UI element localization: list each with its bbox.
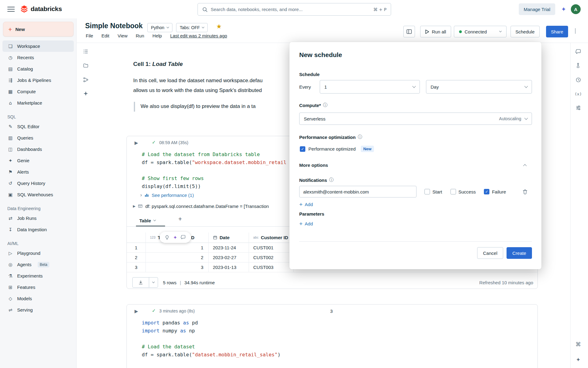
comments-button[interactable] xyxy=(573,46,583,57)
run-all-button[interactable]: Run all xyxy=(420,26,451,37)
schedule-button[interactable]: Schedule xyxy=(511,26,540,37)
table-of-contents-button[interactable] xyxy=(81,47,91,56)
expand-triangle-icon[interactable]: ▶ xyxy=(133,204,135,208)
performance-optimized-checkbox[interactable]: ✓ xyxy=(300,146,305,152)
sidebar-item-experiments[interactable]: ⚗Experiments xyxy=(2,270,74,282)
sidebar-item-recents[interactable]: ◷Recents xyxy=(2,52,74,63)
info-icon[interactable]: ⓘ xyxy=(358,134,362,140)
notification-option-start[interactable]: Start xyxy=(424,189,442,194)
collapse-header-button[interactable] xyxy=(575,28,575,34)
create-button[interactable]: Create xyxy=(507,247,532,259)
sidebar-item-query-history[interactable]: ↺Query History xyxy=(2,178,74,189)
sidebar-item-workspace[interactable]: ❏Workspace xyxy=(2,40,74,52)
chevron-right-icon[interactable]: › xyxy=(140,192,142,198)
menu-item-run[interactable]: Run xyxy=(136,33,144,38)
menu-item-view[interactable]: View xyxy=(118,33,127,38)
dataframe-summary-row[interactable]: ▶ df: pyspark.sql.connect.dataframe.Data… xyxy=(133,202,269,210)
info-icon[interactable]: ⓘ xyxy=(323,102,327,108)
sidebar-item-dashboards[interactable]: ◫Dashboards xyxy=(2,144,74,155)
date-header[interactable]: Date xyxy=(209,232,249,243)
folder-button[interactable] xyxy=(81,61,91,71)
favorite-star-icon[interactable]: ★ xyxy=(216,23,222,30)
cluster-connect-button[interactable]: Connected xyxy=(454,26,507,37)
avatar[interactable]: A xyxy=(571,4,581,14)
manage-trial-button[interactable]: Manage Trial xyxy=(519,3,555,15)
hamburger-menu-icon[interactable] xyxy=(7,6,15,13)
start-checkbox[interactable] xyxy=(424,189,430,194)
databricks-logo[interactable]: databricks xyxy=(20,5,62,13)
version-history-button[interactable] xyxy=(573,75,583,85)
comment-icon[interactable] xyxy=(181,235,186,240)
failure-checkbox[interactable]: ✓ xyxy=(484,189,489,194)
notification-email-input[interactable] xyxy=(299,186,417,197)
environment-button[interactable] xyxy=(573,102,583,113)
blockquote-bar xyxy=(134,102,135,112)
sidebar-item-label: Query History xyxy=(17,181,45,186)
sidebar-item-models[interactable]: ◇Models xyxy=(2,293,74,304)
see-performance-link[interactable]: See performance (1) xyxy=(152,193,194,198)
lightbulb-icon[interactable] xyxy=(164,235,170,240)
interval-select[interactable]: 1 xyxy=(320,80,420,94)
transaction-id-header[interactable]: 123 T D ✦ xyxy=(146,232,209,243)
language-selector[interactable]: Python xyxy=(147,23,172,32)
keyboard-shortcuts-button[interactable]: ⌘ xyxy=(573,339,583,349)
notification-option-failure[interactable]: ✓Failure xyxy=(484,189,506,194)
sidebar-item-compute[interactable]: ▦Compute xyxy=(2,86,74,97)
sidebar-item-data-ingestion[interactable]: ↧Data Ingestion xyxy=(2,224,74,235)
sidebar-item-queries[interactable]: ▥Queries xyxy=(2,132,74,144)
menu-item-file[interactable]: File xyxy=(86,33,93,38)
sidebar-item-alerts[interactable]: ⚑Alerts xyxy=(2,166,74,178)
info-icon[interactable]: ⓘ xyxy=(329,177,334,183)
code-editor[interactable]: import pandas as pdimport numpy as np # … xyxy=(142,319,281,359)
global-search-input[interactable]: Search data, notebooks, recents, and mor… xyxy=(198,3,391,16)
trash-icon[interactable] xyxy=(522,189,528,195)
sidebar-item-playground[interactable]: ▷Playground xyxy=(2,247,74,259)
variable-explorer-button[interactable]: (x) xyxy=(573,89,583,99)
more-options-toggle[interactable]: More options xyxy=(299,163,526,168)
download-icon[interactable] xyxy=(133,278,149,287)
section-label: Notifications xyxy=(299,178,327,183)
layout-button[interactable] xyxy=(403,26,415,37)
sidebar-item-jobs-pipelines[interactable]: ⇶Jobs & Pipelines xyxy=(2,75,74,86)
code-line: # Load the dataset xyxy=(142,343,281,351)
notification-option-success[interactable]: Success xyxy=(450,189,476,194)
customer-id-header[interactable]: abc Customer ID xyxy=(249,232,294,243)
add-visualization-button[interactable]: + xyxy=(178,215,182,223)
sidebar-item-catalog[interactable]: ▤Catalog xyxy=(2,63,74,75)
sidebar-item-serving[interactable]: ⇌Serving xyxy=(2,304,74,316)
compute-select[interactable]: Serverless Autoscaling xyxy=(299,113,532,125)
lineage-button[interactable] xyxy=(81,75,91,85)
new-button[interactable]: + New xyxy=(3,22,74,36)
sidebar-item-sql-editor[interactable]: ✎SQL Editor xyxy=(2,121,74,132)
run-cell-button[interactable]: ▶ xyxy=(132,139,140,147)
section-label: Schedule xyxy=(299,72,320,77)
add-parameter-link[interactable]: + Add xyxy=(299,221,313,227)
assistant-sparkle-icon[interactable]: ✦ xyxy=(561,6,566,13)
sidebar-item-features[interactable]: ⊞Features xyxy=(2,282,74,293)
download-options-caret[interactable] xyxy=(149,278,158,287)
sidebar-item-agents[interactable]: ◎AgentsBeta xyxy=(2,259,74,270)
tabs-toggle[interactable]: Tabs: OFF xyxy=(176,23,208,32)
last-edit-link[interactable]: Last edit was 2 minutes ago xyxy=(170,33,227,38)
sidebar-item-job-runs[interactable]: ⇄Job Runs xyxy=(2,213,74,224)
run-cell-button[interactable]: ▶ xyxy=(132,307,140,315)
experiments-button[interactable] xyxy=(573,60,583,71)
menu-item-help[interactable]: Help xyxy=(153,33,162,38)
share-button[interactable]: Share xyxy=(546,26,568,37)
sidebar-item-genie[interactable]: ✦Genie xyxy=(2,155,74,166)
assistant-button[interactable] xyxy=(81,89,91,98)
menu-item-edit[interactable]: Edit xyxy=(101,33,109,38)
success-checkbox[interactable] xyxy=(450,189,456,194)
tab-table[interactable]: Table xyxy=(139,216,156,225)
assistant-sparkle-icon[interactable]: ✦ xyxy=(173,235,177,240)
unit-select[interactable]: Day xyxy=(426,80,532,94)
download-button[interactable] xyxy=(132,277,158,288)
sidebar-item-marketplace[interactable]: ⌂Marketplace xyxy=(2,97,74,109)
sidebar-item-sql-warehouses[interactable]: ▣SQL Warehouses xyxy=(2,189,74,200)
code-editor[interactable]: # Load the dataset from Databricks table… xyxy=(142,151,286,190)
command-icon: ⌘ xyxy=(575,341,581,347)
assistant-button[interactable]: ✦ xyxy=(573,354,583,365)
variables-icon: (x) xyxy=(575,92,582,96)
add-notification-link[interactable]: + Add xyxy=(299,201,313,207)
cancel-button[interactable]: Cancel xyxy=(477,247,503,259)
